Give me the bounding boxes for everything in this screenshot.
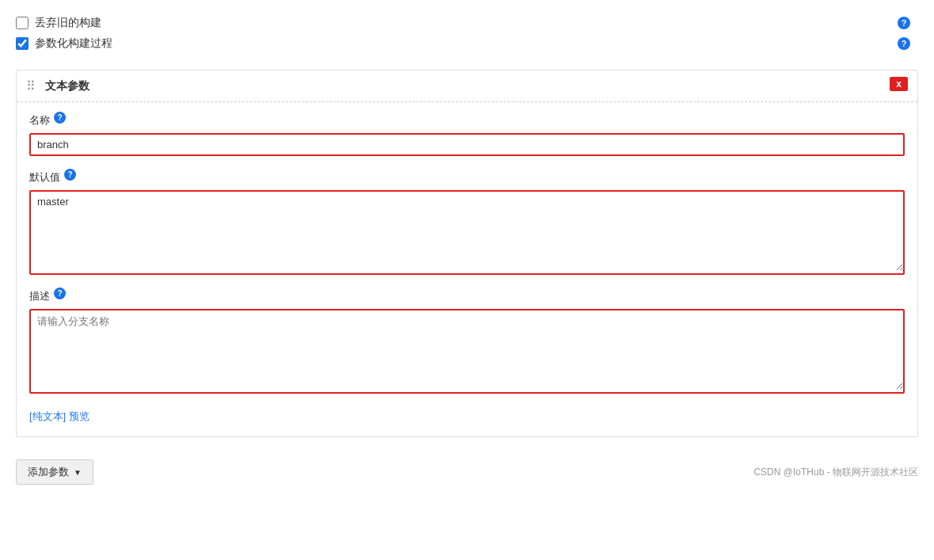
add-param-label: 添加参数 [28, 465, 69, 479]
top-options: 丢弃旧的构建 ? 参数化构建过程 ? [0, 13, 934, 60]
discard-old-checkbox[interactable] [16, 17, 29, 29]
description-textarea[interactable] [31, 310, 903, 390]
name-input-wrapper [29, 133, 905, 156]
description-field-label: 描述 ? [29, 288, 905, 304]
add-param-button[interactable]: 添加参数 ▼ [16, 459, 93, 485]
default-input-wrapper: master [29, 190, 905, 275]
default-textarea[interactable]: master [31, 192, 903, 271]
name-help-icon[interactable]: ? [54, 112, 66, 124]
default-help-icon[interactable]: ? [64, 169, 76, 181]
caret-icon: ▼ [74, 468, 82, 477]
description-help-icon[interactable]: ? [54, 288, 66, 299]
parameterize-build-help-icon[interactable]: ? [898, 37, 910, 50]
parameterize-build-checkbox[interactable] [16, 37, 29, 50]
params-card: ⠿ 文本参数 x 名称 ? 默认值 ? [16, 70, 918, 437]
default-field-label: 默认值 ? [29, 169, 905, 185]
drag-handle-icon[interactable]: ⠿ [26, 78, 39, 93]
default-field-group: 默认值 ? master [29, 169, 905, 275]
discard-old-label: 丢弃旧的构建 [35, 16, 101, 30]
card-title: 文本参数 [45, 79, 90, 93]
discard-old-help-icon[interactable]: ? [898, 17, 910, 29]
description-input-wrapper [29, 309, 905, 394]
name-field-label: 名称 ? [29, 112, 905, 128]
preview-link[interactable]: [纯文本] 预览 [29, 410, 90, 424]
params-card-header: ⠿ 文本参数 x [17, 70, 917, 102]
parameterize-build-label: 参数化构建过程 [35, 36, 112, 51]
close-button[interactable]: x [890, 77, 908, 91]
description-label-text: 描述 [29, 289, 50, 303]
name-label-text: 名称 [29, 113, 50, 128]
params-card-body: 名称 ? 默认值 ? master 描述 [17, 102, 917, 436]
option-row-discard: 丢弃旧的构建 ? [16, 16, 918, 30]
default-label-text: 默认值 [29, 170, 60, 185]
watermark-text: CSDN @IoTHub - 物联网开源技术社区 [753, 466, 918, 479]
option-row-parameterize: 参数化构建过程 ? [16, 36, 918, 51]
name-input[interactable] [31, 135, 903, 154]
name-field-group: 名称 ? [29, 112, 905, 156]
description-field-group: 描述 ? [29, 288, 905, 394]
bottom-bar: 添加参数 ▼ CSDN @IoTHub - 物联网开源技术社区 [0, 447, 934, 497]
page-container: 丢弃旧的构建 ? 参数化构建过程 ? ⠿ 文本参数 x 名称 ? [0, 0, 934, 560]
